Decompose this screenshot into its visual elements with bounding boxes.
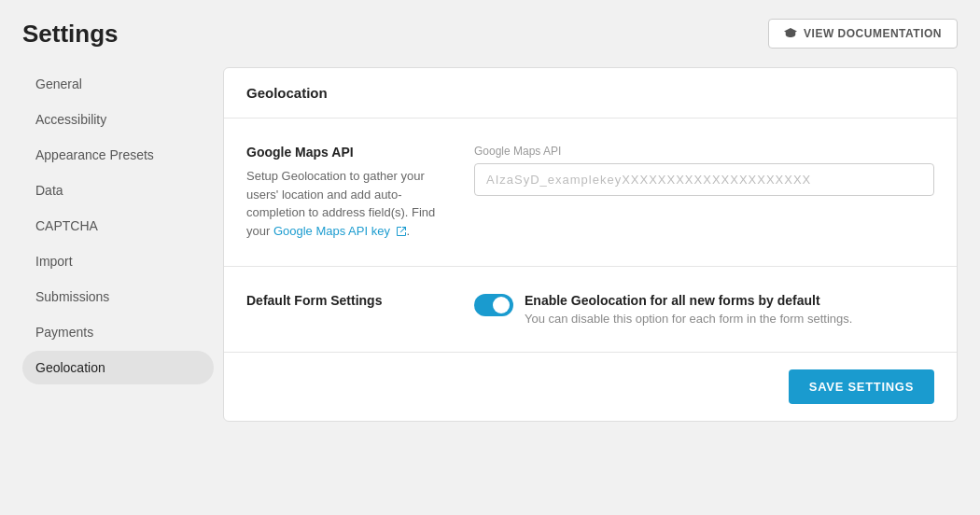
geolocation-toggle[interactable] bbox=[474, 294, 513, 316]
default-form-control: Enable Geolocation for all new forms by … bbox=[474, 293, 934, 326]
toggle-text-block: Enable Geolocation for all new forms by … bbox=[525, 293, 934, 326]
section-header: Geolocation bbox=[224, 68, 957, 118]
sidebar-item-submissions[interactable]: Submissions bbox=[22, 280, 214, 313]
external-link-icon bbox=[396, 226, 407, 237]
main-content: Geolocation Google Maps API Setup Geoloc… bbox=[223, 67, 958, 422]
sidebar-item-payments[interactable]: Payments bbox=[22, 315, 214, 349]
toggle-sub-label: You can disable this option for each for… bbox=[525, 312, 934, 326]
google-maps-api-input[interactable] bbox=[474, 163, 934, 196]
sidebar-item-geolocation[interactable]: Geolocation bbox=[22, 351, 214, 384]
toggle-row: Enable Geolocation for all new forms by … bbox=[474, 293, 934, 326]
sidebar-item-general[interactable]: General bbox=[22, 67, 214, 101]
google-maps-api-title: Google Maps API bbox=[246, 145, 452, 160]
google-maps-api-key-link[interactable]: Google Maps API key bbox=[273, 224, 407, 238]
toggle-slider bbox=[474, 294, 513, 316]
google-maps-api-control: Google Maps API bbox=[474, 145, 934, 240]
google-maps-api-label-block: Google Maps API Setup Geolocation to gat… bbox=[246, 145, 452, 240]
sidebar-item-captcha[interactable]: CAPTCHA bbox=[22, 209, 214, 243]
save-settings-button[interactable]: SAVE SETTINGS bbox=[789, 369, 934, 404]
sidebar: General Accessibility Appearance Presets… bbox=[22, 67, 223, 422]
sidebar-item-accessibility[interactable]: Accessibility bbox=[22, 103, 214, 136]
default-form-label-block: Default Form Settings bbox=[246, 293, 452, 326]
default-form-settings-section: Default Form Settings Enable Geolocation… bbox=[224, 267, 957, 353]
page-title: Settings bbox=[22, 20, 119, 49]
default-form-title: Default Form Settings bbox=[246, 293, 452, 308]
google-maps-api-description: Setup Geolocation to gather your users' … bbox=[246, 167, 452, 240]
graduation-icon bbox=[784, 27, 797, 40]
sidebar-item-appearance-presets[interactable]: Appearance Presets bbox=[22, 138, 214, 172]
toggle-main-label: Enable Geolocation for all new forms by … bbox=[525, 293, 934, 308]
view-documentation-label: VIEW DOCUMENTATION bbox=[804, 27, 942, 40]
google-maps-api-section: Google Maps API Setup Geolocation to gat… bbox=[224, 118, 957, 267]
sidebar-item-import[interactable]: Import bbox=[22, 244, 214, 278]
google-maps-field-label: Google Maps API bbox=[474, 145, 934, 158]
section-title: Geolocation bbox=[246, 85, 328, 101]
sidebar-item-data[interactable]: Data bbox=[22, 174, 214, 207]
google-maps-desc-text-2: . bbox=[407, 224, 411, 238]
view-documentation-button[interactable]: VIEW DOCUMENTATION bbox=[768, 19, 958, 49]
footer-row: SAVE SETTINGS bbox=[224, 353, 957, 421]
